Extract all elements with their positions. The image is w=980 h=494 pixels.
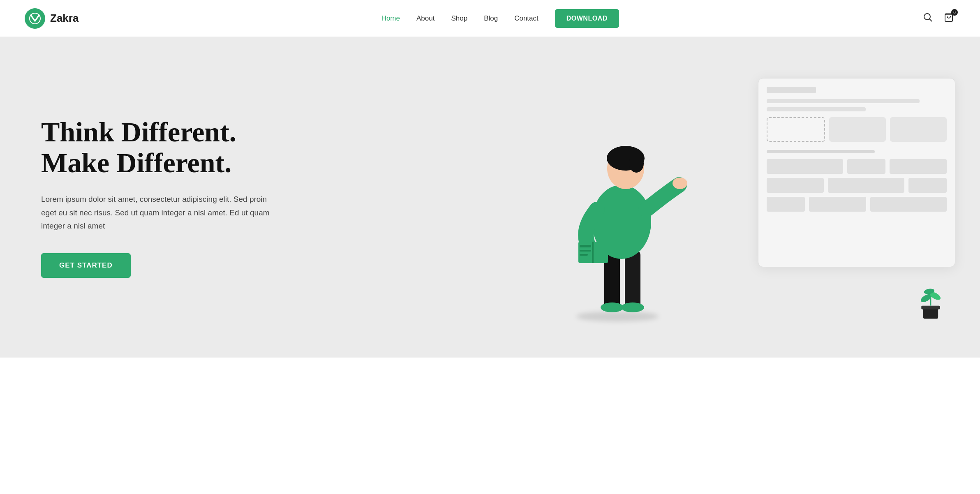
svg-point-7	[621, 302, 644, 312]
hero-title: Think Different. Make Different.	[41, 117, 523, 178]
svg-rect-16	[580, 245, 591, 247]
svg-rect-18	[580, 254, 588, 256]
nav-about[interactable]: About	[416, 14, 435, 23]
ui-block-1	[767, 159, 843, 174]
svg-rect-17	[580, 250, 591, 252]
svg-rect-15	[592, 242, 594, 263]
search-button[interactable]	[922, 11, 934, 25]
ui-panel-row-2	[767, 159, 947, 174]
ui-panel-row-1	[767, 117, 947, 142]
ui-panel-divider	[767, 150, 875, 153]
ui-block-8	[809, 197, 866, 212]
hero-section: Think Different. Make Different. Lorem i…	[0, 37, 980, 358]
svg-point-12	[673, 178, 687, 189]
ui-panel-line-2	[767, 107, 866, 111]
ui-block-4	[767, 178, 824, 193]
ui-card-selected	[767, 117, 825, 142]
download-button[interactable]: DOWNLOAD	[555, 9, 619, 28]
ui-card-1	[829, 117, 886, 142]
ui-mockup-panel	[758, 78, 955, 267]
ui-panel-row-3	[767, 178, 947, 193]
ui-panel-row-4	[767, 197, 947, 212]
nav-shop[interactable]: Shop	[451, 14, 467, 23]
nav-contact[interactable]: Contact	[514, 14, 539, 23]
cart-button[interactable]: 0	[942, 11, 955, 26]
get-started-button[interactable]: GET STARTED	[41, 253, 131, 278]
ui-block-3	[890, 159, 947, 174]
header-icons: 0	[922, 11, 955, 26]
logo-icon	[25, 8, 45, 29]
ui-card-2	[890, 117, 947, 142]
ui-block-5	[828, 178, 904, 193]
svg-rect-20	[921, 306, 940, 309]
svg-point-11	[629, 155, 644, 173]
search-icon	[923, 13, 932, 22]
main-nav: Home About Shop Blog Contact DOWNLOAD	[381, 9, 619, 28]
hero-illustration	[539, 70, 947, 325]
plant-illustration	[914, 279, 947, 321]
ui-divider-area	[767, 150, 947, 153]
svg-point-6	[601, 302, 624, 312]
svg-line-2	[930, 19, 932, 21]
svg-point-1	[924, 14, 930, 20]
ui-block-6	[908, 178, 947, 193]
svg-rect-5	[625, 251, 640, 308]
ui-panel-bar	[767, 87, 816, 93]
logo-link[interactable]: Zakra	[25, 8, 79, 29]
svg-point-0	[30, 13, 40, 24]
hero-content: Think Different. Make Different. Lorem i…	[41, 117, 539, 278]
person-illustration	[556, 111, 687, 325]
ui-block-9	[870, 197, 947, 212]
nav-blog[interactable]: Blog	[484, 14, 498, 23]
site-header: Zakra Home About Shop Blog Contact DOWNL…	[0, 0, 980, 37]
ui-block-7	[767, 197, 805, 212]
ui-panel-line-1	[767, 99, 920, 103]
logo-text: Zakra	[50, 12, 79, 25]
cart-badge: 0	[951, 9, 958, 16]
ui-block-2	[847, 159, 885, 174]
nav-home[interactable]: Home	[381, 14, 400, 23]
hero-description: Lorem ipsum dolor sit amet, consectetur …	[41, 193, 271, 233]
